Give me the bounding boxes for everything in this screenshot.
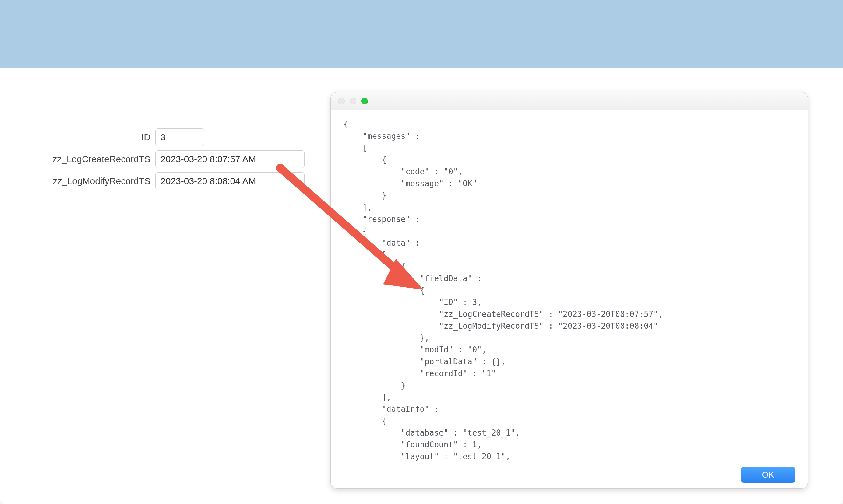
- json-body[interactable]: { "messages" : [ { "code" : "0", "messag…: [331, 110, 808, 461]
- zoom-icon[interactable]: [361, 98, 368, 104]
- id-field[interactable]: [155, 128, 204, 146]
- minimize-icon[interactable]: [350, 98, 356, 104]
- id-label: ID: [31, 132, 155, 142]
- top-banner: [0, 0, 843, 68]
- json-dialog: { "messages" : [ { "code" : "0", "messag…: [331, 92, 808, 489]
- close-icon[interactable]: [338, 98, 345, 104]
- modify-ts-label: zz_LogModifyRecordTS: [31, 176, 155, 186]
- modify-ts-field[interactable]: [155, 172, 304, 190]
- create-ts-label: zz_LogCreateRecordTS: [31, 154, 155, 164]
- main-card: ID zz_LogCreateRecordTS zz_LogModifyReco…: [0, 68, 843, 504]
- create-ts-field[interactable]: [155, 150, 304, 168]
- field-row-create-ts: zz_LogCreateRecordTS: [31, 150, 320, 168]
- field-row-id: ID: [31, 128, 320, 146]
- field-row-modify-ts: zz_LogModifyRecordTS: [31, 172, 320, 190]
- dialog-titlebar[interactable]: [331, 92, 808, 110]
- dialog-footer: OK: [331, 461, 808, 488]
- ok-button[interactable]: OK: [741, 467, 795, 483]
- record-fields: ID zz_LogCreateRecordTS zz_LogModifyReco…: [31, 128, 320, 194]
